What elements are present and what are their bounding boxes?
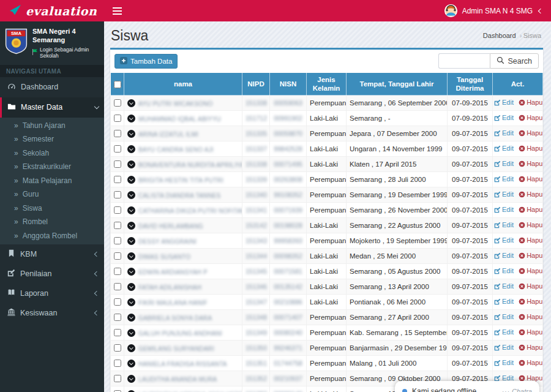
expand-row-icon[interactable]: [127, 344, 135, 352]
sidebar-item-master-data[interactable]: Master Data: [0, 97, 104, 118]
row-checkbox[interactable]: [114, 298, 121, 306]
edit-link[interactable]: Edit: [494, 145, 514, 152]
sidebar-subitem-tahun-ajaran[interactable]: Tahun Ajaran: [0, 119, 104, 133]
edit-link[interactable]: Edit: [494, 298, 514, 305]
row-checkbox[interactable]: [114, 160, 121, 168]
edit-link[interactable]: Edit: [494, 221, 514, 228]
edit-link[interactable]: Edit: [494, 282, 514, 290]
hapus-link[interactable]: Hapus: [519, 236, 542, 244]
expand-row-icon[interactable]: [127, 375, 135, 383]
hapus-link[interactable]: Hapus: [519, 99, 542, 106]
hapus-link[interactable]: Hapus: [519, 129, 542, 137]
expand-row-icon[interactable]: [127, 298, 135, 306]
hapus-link[interactable]: Hapus: [519, 221, 542, 228]
edit-link[interactable]: Edit: [494, 359, 514, 366]
row-checkbox[interactable]: [114, 360, 121, 367]
hapus-link[interactable]: Hapus: [519, 114, 542, 121]
sidebar-item-kesiswaan[interactable]: Kesiswaan: [0, 303, 104, 323]
row-checkbox[interactable]: [114, 191, 121, 198]
tambah-data-button[interactable]: Tambah Data: [114, 54, 178, 69]
hapus-link[interactable]: Hapus: [519, 282, 542, 290]
sidebar-subitem-rombel[interactable]: Rombel: [0, 215, 104, 229]
sidebar-item-laporan[interactable]: Laporan: [0, 284, 104, 303]
row-checkbox[interactable]: [114, 145, 121, 153]
sidebar-subitem-semester[interactable]: Semester: [0, 132, 104, 146]
expand-row-icon[interactable]: [127, 390, 135, 392]
expand-row-icon[interactable]: [127, 176, 135, 184]
edit-link[interactable]: Edit: [494, 190, 514, 198]
hapus-link[interactable]: Hapus: [519, 145, 542, 152]
row-checkbox[interactable]: [114, 283, 121, 290]
row-checkbox[interactable]: [114, 329, 121, 336]
row-checkbox[interactable]: [114, 222, 121, 229]
breadcrumb-dashboard-link[interactable]: Dashboard: [483, 32, 516, 39]
edit-link[interactable]: Edit: [494, 344, 514, 351]
edit-link[interactable]: Edit: [494, 99, 514, 106]
select-all-checkbox[interactable]: [114, 81, 121, 88]
sidebar-subitem-guru[interactable]: Guru: [0, 187, 104, 202]
sidebar-subitem-sekolah[interactable]: Sekolah: [0, 146, 104, 160]
search-button[interactable]: Search: [490, 53, 539, 69]
edit-link[interactable]: Edit: [494, 267, 514, 274]
edit-link[interactable]: Edit: [494, 129, 514, 137]
edit-link[interactable]: Edit: [494, 236, 514, 244]
expand-row-icon[interactable]: [127, 191, 135, 199]
expand-row-icon[interactable]: [127, 252, 135, 260]
edit-link[interactable]: Edit: [494, 313, 514, 320]
row-checkbox[interactable]: [114, 99, 121, 107]
edit-link[interactable]: Edit: [494, 160, 514, 167]
hapus-link[interactable]: Hapus: [519, 206, 542, 213]
hapus-link[interactable]: Hapus: [519, 252, 542, 259]
sidebar-item-label: Dashboard: [21, 83, 58, 91]
edit-link[interactable]: Edit: [494, 328, 514, 336]
search-input[interactable]: [438, 53, 490, 69]
expand-row-icon[interactable]: [127, 160, 135, 168]
expand-row-icon[interactable]: [127, 314, 135, 322]
expand-row-icon[interactable]: [127, 329, 135, 337]
row-checkbox[interactable]: [114, 268, 121, 275]
row-checkbox[interactable]: [114, 375, 121, 382]
expand-row-icon[interactable]: [127, 283, 135, 291]
chat-widget[interactable]: Kami sedang offline. ··· Chatra: [395, 381, 539, 392]
edit-link[interactable]: Edit: [494, 252, 514, 259]
expand-row-icon[interactable]: [127, 206, 135, 214]
hapus-link[interactable]: Hapus: [519, 190, 542, 198]
hapus-link[interactable]: Hapus: [519, 328, 542, 336]
hapus-link[interactable]: Hapus: [519, 313, 542, 320]
expand-row-icon[interactable]: [127, 115, 135, 123]
brand-logo[interactable]: evaluation: [0, 0, 104, 21]
hapus-link[interactable]: Hapus: [519, 175, 542, 183]
sidebar-subitem-siswa[interactable]: Siswa: [0, 202, 104, 216]
sidebar-item-penilaian[interactable]: Penilaian: [0, 264, 104, 284]
edit-link[interactable]: Edit: [494, 114, 514, 121]
row-checkbox[interactable]: [114, 130, 121, 137]
sidebar-subitem-ekstrakurikuler[interactable]: Ekstrakurikuler: [0, 160, 104, 174]
user-menu[interactable]: Admin SMA N 4 SMG: [444, 0, 551, 21]
hapus-link[interactable]: Hapus: [519, 344, 542, 351]
edit-link[interactable]: Edit: [494, 175, 514, 183]
sidebar-item-kbm[interactable]: KBM: [0, 244, 104, 264]
hapus-link[interactable]: Hapus: [519, 359, 542, 366]
expand-row-icon[interactable]: [127, 222, 135, 230]
edit-link[interactable]: Edit: [494, 206, 514, 213]
expand-row-icon[interactable]: [127, 268, 135, 276]
hapus-link[interactable]: Hapus: [519, 298, 542, 305]
row-checkbox[interactable]: [114, 237, 121, 244]
expand-row-icon[interactable]: [127, 99, 135, 107]
row-checkbox[interactable]: [114, 176, 121, 183]
sidebar-subitem-mata-pelajaran[interactable]: Mata Pelajaran: [0, 174, 104, 188]
sidebar-toggle-button[interactable]: [104, 0, 130, 21]
row-checkbox[interactable]: [114, 344, 121, 352]
hapus-link[interactable]: Hapus: [519, 267, 542, 274]
row-checkbox[interactable]: [114, 115, 121, 122]
row-checkbox[interactable]: [114, 252, 121, 260]
row-checkbox[interactable]: [114, 206, 121, 214]
expand-row-icon[interactable]: [127, 237, 135, 245]
expand-row-icon[interactable]: [127, 360, 135, 368]
sidebar-item-dashboard[interactable]: Dashboard: [0, 77, 104, 97]
hapus-link[interactable]: Hapus: [519, 160, 542, 167]
sidebar-subitem-anggota-rombel[interactable]: Anggota Rombel: [0, 229, 104, 243]
row-checkbox[interactable]: [114, 314, 121, 321]
expand-row-icon[interactable]: [127, 130, 135, 138]
expand-row-icon[interactable]: [127, 145, 135, 153]
